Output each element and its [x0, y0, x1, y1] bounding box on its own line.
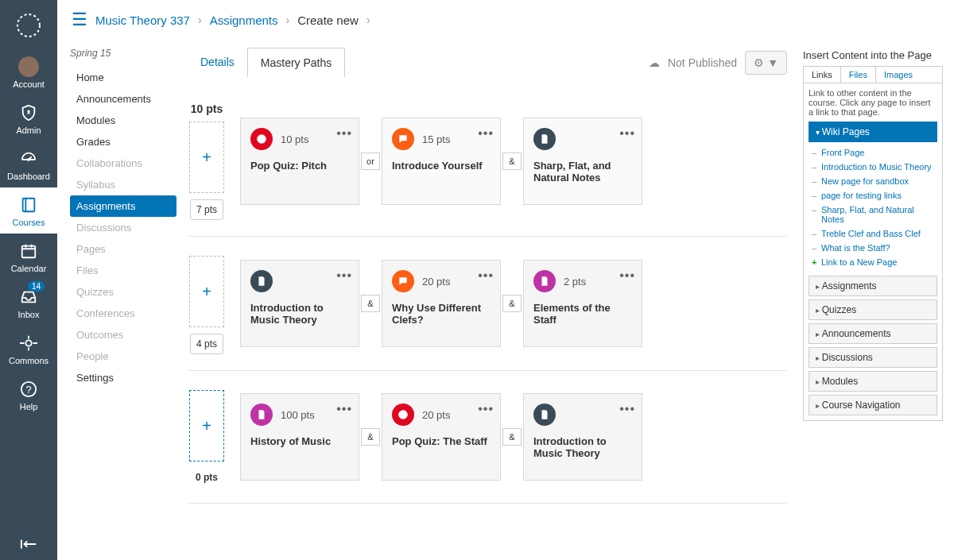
conjunction-&[interactable]: & — [502, 153, 522, 170]
accordion-wiki-pages[interactable]: Wiki Pages — [809, 122, 937, 142]
svg-point-5 — [25, 340, 31, 346]
svg-point-9 — [260, 137, 264, 141]
sidebar-hint: Link to other content in the course. Cli… — [809, 88, 937, 117]
crumb-section[interactable]: Assignments — [210, 14, 278, 27]
nav-account[interactable]: Account — [0, 49, 57, 95]
path-card[interactable]: •••100 ptsHistory of Music — [240, 393, 359, 481]
nav-label: Courses — [13, 218, 45, 227]
discussion-icon — [392, 270, 414, 292]
sidebar-tab-images[interactable]: Images — [876, 67, 921, 83]
nav-label: Commons — [9, 356, 48, 365]
nav-calendar[interactable]: Calendar — [0, 234, 57, 280]
card-menu-button[interactable]: ••• — [478, 268, 494, 283]
wiki-page-link[interactable]: Sharp, Flat, and Natural Notes — [810, 203, 936, 226]
nav-courses[interactable]: Courses — [0, 187, 57, 234]
sidebar-tab-links[interactable]: Links — [804, 67, 841, 83]
course-nav-assignments[interactable]: Assignments — [70, 195, 176, 217]
link-new-page[interactable]: Link to a New Page — [810, 255, 936, 269]
calendar-icon — [0, 240, 57, 262]
inbox-badge: 14 — [28, 281, 45, 292]
add-item-slot[interactable]: + — [189, 122, 224, 193]
conjunction-or[interactable]: or — [361, 153, 380, 170]
course-nav-announcements[interactable]: Announcements — [70, 88, 176, 110]
wiki-page-link[interactable]: Front Page — [810, 145, 936, 160]
path-card[interactable]: •••Introduction to Music Theory — [240, 260, 359, 347]
collapse-nav-button[interactable] — [20, 528, 37, 560]
course-nav-home[interactable]: Home — [70, 67, 176, 88]
svg-text:?: ? — [25, 384, 31, 396]
svg-rect-3 — [23, 199, 35, 212]
wiki-page-link[interactable]: New page for sandbox — [810, 174, 936, 188]
conjunction-&[interactable]: & — [361, 428, 380, 446]
tab-mastery-paths[interactable]: Mastery Paths — [247, 48, 345, 77]
range-bottom[interactable]: 4 pts — [190, 334, 223, 354]
nav-admin[interactable]: Admin — [0, 95, 57, 141]
wiki-page-link[interactable]: What is the Staff? — [810, 241, 936, 255]
nav-label: Dashboard — [7, 172, 50, 181]
accordion-announcements[interactable]: Announcements — [809, 323, 937, 344]
add-item-slot[interactable]: + — [189, 256, 224, 327]
card-title: History of Music — [250, 435, 349, 447]
card-menu-button[interactable]: ••• — [619, 402, 635, 416]
card-title: Sharp, Flat, and Natural Notes — [533, 160, 632, 183]
course-nav-quizzes[interactable]: Quizzes — [70, 281, 176, 303]
course-nav-syllabus[interactable]: Syllabus — [70, 174, 176, 195]
crumb-course[interactable]: Music Theory 337 — [95, 14, 190, 27]
conjunction-&[interactable]: & — [502, 428, 522, 446]
course-nav-grades[interactable]: Grades — [70, 131, 176, 153]
path-card[interactable]: •••Sharp, Flat, and Natural Notes — [523, 118, 642, 205]
conjunction-&[interactable]: & — [361, 295, 380, 312]
course-nav-people[interactable]: People — [70, 346, 176, 367]
course-nav-collaborations[interactable]: Collaborations — [70, 153, 176, 174]
wiki-page-link[interactable]: page for testing links — [810, 188, 936, 203]
add-item-slot[interactable]: + — [189, 390, 224, 462]
card-title: Introduce Yourself — [392, 160, 491, 172]
card-menu-button[interactable]: ••• — [619, 126, 635, 141]
course-nav-settings[interactable]: Settings — [70, 367, 176, 388]
sidebar-title: Insert Content into the Page — [803, 49, 943, 61]
card-menu-button[interactable]: ••• — [336, 268, 352, 283]
path-card[interactable]: •••Introduction to Music Theory — [523, 393, 642, 481]
accordion-assignments[interactable]: Assignments — [809, 276, 937, 296]
path-card[interactable]: •••20 ptsWhy Use Different Clefs? — [382, 260, 501, 347]
card-points: 20 pts — [422, 409, 450, 421]
wiki-page-link[interactable]: Treble Clef and Bass Clef — [810, 226, 936, 241]
card-menu-button[interactable]: ••• — [478, 402, 494, 416]
wiki-page-link[interactable]: Introduction to Music Theory — [810, 160, 936, 174]
insert-content-sidebar: Insert Content into the Page Links Files… — [798, 40, 954, 560]
nav-dashboard[interactable]: Dashboard — [0, 141, 57, 187]
card-menu-button[interactable]: ••• — [619, 268, 635, 283]
accordion-modules[interactable]: Modules — [809, 371, 937, 392]
settings-button[interactable]: ⚙ ▼ — [745, 51, 787, 75]
course-nav-files[interactable]: Files — [70, 260, 176, 281]
svg-point-1 — [18, 56, 39, 77]
card-menu-button[interactable]: ••• — [478, 126, 494, 141]
path-card[interactable]: •••15 ptsIntroduce Yourself — [382, 118, 501, 205]
sidebar-tab-files[interactable]: Files — [841, 67, 876, 83]
nav-commons[interactable]: Commons — [0, 326, 57, 372]
range-bottom[interactable]: 7 pts — [190, 199, 223, 220]
course-nav-pages[interactable]: Pages — [70, 238, 176, 260]
nav-inbox[interactable]: 14 Inbox — [0, 280, 57, 326]
crumb-current: Create new — [297, 14, 359, 27]
conjunction-&[interactable]: & — [502, 295, 522, 312]
canvas-logo[interactable] — [13, 10, 45, 41]
path-card[interactable]: •••20 ptsPop Quiz: The Staff — [382, 393, 501, 481]
mastery-path-row: +0 pts•••100 ptsHistory of Music&•••20 p… — [188, 371, 787, 504]
path-card[interactable]: •••10 ptsPop Quiz: Pitch — [240, 118, 359, 205]
course-nav-modules[interactable]: Modules — [70, 110, 176, 131]
course-nav-outcomes[interactable]: Outcomes — [70, 324, 176, 346]
card-menu-button[interactable]: ••• — [336, 402, 352, 416]
nav-label: Account — [13, 79, 45, 89]
path-card[interactable]: •••2 ptsElements of the Staff — [523, 260, 642, 347]
accordion-course-navigation[interactable]: Course Navigation — [809, 395, 937, 415]
accordion-quizzes[interactable]: Quizzes — [809, 299, 937, 320]
tab-details[interactable]: Details — [188, 48, 247, 77]
hamburger-icon[interactable]: ☰ — [72, 10, 87, 30]
page-icon — [533, 270, 556, 292]
card-menu-button[interactable]: ••• — [336, 126, 352, 141]
course-nav-discussions[interactable]: Discussions — [70, 217, 176, 238]
accordion-discussions[interactable]: Discussions — [809, 347, 937, 368]
course-nav-conferences[interactable]: Conferences — [70, 303, 176, 324]
nav-help[interactable]: ? Help — [0, 372, 57, 418]
